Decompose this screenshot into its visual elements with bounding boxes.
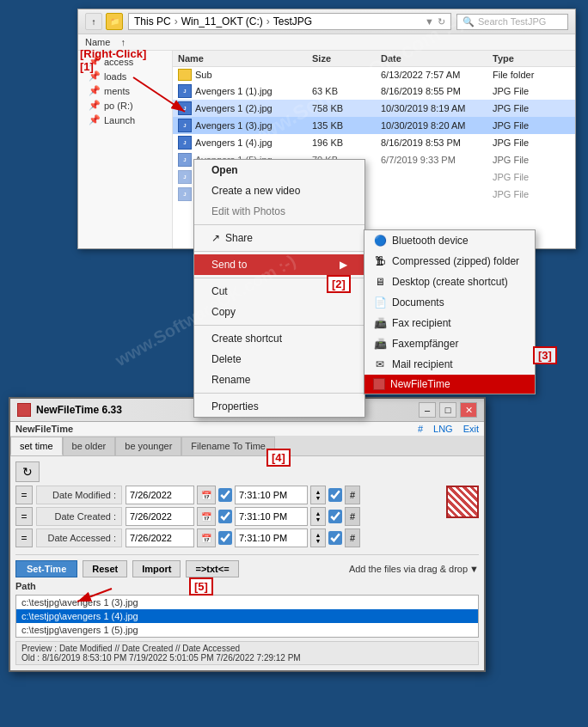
sidebar-icon: 📌 xyxy=(89,114,101,125)
minimize-btn[interactable]: – xyxy=(419,402,436,418)
created-spin-btn[interactable]: ▲▼ xyxy=(310,507,326,526)
created-hash-btn[interactable]: # xyxy=(345,507,360,526)
accessed-check[interactable] xyxy=(218,531,232,545)
refresh-btn[interactable]: ↻ xyxy=(15,461,40,482)
col-name[interactable]: Name xyxy=(178,53,312,64)
modified-time-check[interactable] xyxy=(328,488,342,502)
sendto-mail[interactable]: ✉ Mail recipient xyxy=(364,354,535,375)
nft-bottom-row: Set-Time Reset Import =>txt<= Add the fi… xyxy=(15,554,479,577)
menu-exit[interactable]: Exit xyxy=(463,424,479,434)
accessed-time-check[interactable] xyxy=(328,531,342,545)
menu-hash[interactable]: # xyxy=(418,424,423,434)
set-time-button[interactable]: Set-Time xyxy=(15,560,77,577)
sendto-desktop[interactable]: 🖥 Desktop (create shortcut) xyxy=(364,272,535,292)
accessed-time-field[interactable]: 7:31:10 PM xyxy=(235,528,308,547)
sendto-newfiletime[interactable]: NewFileTime xyxy=(364,375,535,394)
created-check[interactable] xyxy=(218,510,232,523)
address-thispc: This PC xyxy=(134,15,171,27)
jpg-icon: J xyxy=(178,101,192,115)
ctx-create-shortcut[interactable]: Create shortcut xyxy=(194,328,364,349)
modified-check[interactable] xyxy=(218,488,232,502)
nft-title-controls: – □ ✕ xyxy=(419,402,477,418)
search-box[interactable]: 🔍 Search TestJPG xyxy=(456,14,568,30)
nft-modified-inner: 7/26/2022 📅 7:31:10 PM ▲▼ # xyxy=(126,486,439,504)
label-3: [3] xyxy=(533,346,557,364)
col-type[interactable]: Type xyxy=(493,53,570,64)
nft-app-name: NewFileTime xyxy=(15,424,73,434)
add-files-dropdown-icon[interactable]: ▼ xyxy=(469,564,479,574)
maximize-btn[interactable]: □ xyxy=(439,402,456,418)
ctx-properties[interactable]: Properties xyxy=(194,396,364,417)
import-button[interactable]: Import xyxy=(132,560,181,577)
sidebar-icon: 📌 xyxy=(89,85,101,96)
nft-file-item-2[interactable]: c:\testjpg\avengers 1 (4).jpg xyxy=(16,609,478,623)
eq-btn-accessed[interactable]: = xyxy=(15,528,33,547)
table-row[interactable]: Sub 6/13/2022 7:57 AM File folder xyxy=(173,67,575,82)
created-time-check[interactable] xyxy=(328,510,342,523)
sendto-fax[interactable]: 📠 Fax recipient xyxy=(364,313,535,333)
created-date-field[interactable]: 7/26/2022 xyxy=(126,507,194,526)
eq-btn-modified[interactable]: = xyxy=(15,486,33,504)
tab-be-older[interactable]: be older xyxy=(63,437,116,455)
sendto-submenu: 🔵 Bluetooth device 🗜 Compressed (zipped)… xyxy=(364,229,536,394)
address-dropdown[interactable]: ▼ xyxy=(425,16,434,27)
nft-title-left: NewFileTime 6.33 xyxy=(17,403,122,417)
sendto-zip[interactable]: 🗜 Compressed (zipped) folder xyxy=(364,251,535,272)
tab-filename-to-time[interactable]: Filename To Time xyxy=(181,437,275,455)
address-refresh[interactable]: ↻ xyxy=(438,16,445,27)
table-row[interactable]: JAvengers 1 (2).jpg 758 KB 10/30/2019 8:… xyxy=(173,100,575,117)
col-date[interactable]: Date xyxy=(381,53,493,64)
modified-hash-btn[interactable]: # xyxy=(345,486,360,504)
nft-file-item-1[interactable]: c:\testjpg\avengers 1 (3).jpg xyxy=(16,596,478,609)
modified-time-field[interactable]: 7:31:10 PM xyxy=(235,486,308,504)
explorer-toolbar: Name ↑ xyxy=(78,34,575,51)
table-row[interactable]: JAvengers 1 (1).jpg 63 KB 8/16/2019 8:55… xyxy=(173,82,575,100)
accessed-spin-btn[interactable]: ▲▼ xyxy=(310,528,326,547)
ctx-rename[interactable]: Rename xyxy=(194,370,364,390)
address-bar[interactable]: This PC › Win_11_OKT (C:) › TestJPG ▼ ↻ xyxy=(128,13,451,30)
created-time-field[interactable]: 7:31:10 PM xyxy=(235,507,308,526)
modified-spin-btn[interactable]: ▲▼ xyxy=(310,486,326,504)
sidebar-item-ments[interactable]: 📌 ments xyxy=(78,83,172,98)
ctx-copy[interactable]: Copy xyxy=(194,302,364,322)
sidebar-item-launch[interactable]: 📌 Launch xyxy=(78,113,172,127)
mail-icon: ✉ xyxy=(373,357,387,371)
tab-set-time[interactable]: set time xyxy=(10,437,63,455)
bluetooth-icon: 🔵 xyxy=(373,234,387,247)
col-size[interactable]: Size xyxy=(312,53,381,64)
nft-file-list: c:\testjpg\avengers 1 (3).jpg c:\testjpg… xyxy=(15,595,479,638)
sendto-arrow-icon: ▶ xyxy=(340,259,347,271)
ctx-delete[interactable]: Delete xyxy=(194,349,364,370)
accessed-hash-btn[interactable]: # xyxy=(345,528,360,547)
label-accessed: Date Accessed : xyxy=(36,528,122,547)
nft-body: ↻ = Date Modified : 7/26/2022 📅 7:31:10 … xyxy=(10,456,484,670)
ctx-share[interactable]: ↗ Share xyxy=(194,228,364,248)
nft-file-item-3[interactable]: c:\testjpg\avengers 1 (5).jpg xyxy=(16,623,478,637)
reset-button[interactable]: Reset xyxy=(83,560,127,577)
modified-cal-btn[interactable]: 📅 xyxy=(197,486,216,504)
sendto-bluetooth[interactable]: 🔵 Bluetooth device xyxy=(364,230,535,251)
close-btn[interactable]: ✕ xyxy=(460,402,477,418)
ctx-sendto[interactable]: Send to ▶ xyxy=(194,254,364,275)
sendto-faxemp[interactable]: 📠 Faxempfänger xyxy=(364,333,535,354)
menu-lng[interactable]: LNG xyxy=(433,424,453,434)
fax-icon: 📠 xyxy=(373,316,387,330)
ctx-open[interactable]: Open xyxy=(194,160,364,180)
back-btn[interactable]: ↑ xyxy=(85,13,102,30)
table-row[interactable]: JAvengers 1 (4).jpg 196 KB 8/16/2019 8:5… xyxy=(173,134,575,151)
accessed-date-field[interactable]: 7/26/2022 xyxy=(126,528,194,547)
sendto-documents[interactable]: 📄 Documents xyxy=(364,292,535,313)
accessed-cal-btn[interactable]: 📅 xyxy=(197,528,216,547)
sidebar-item-po[interactable]: 📌 po (R:) xyxy=(78,98,172,113)
ctx-create-video[interactable]: Create a new video xyxy=(194,180,364,201)
ctx-edit-photos[interactable]: Edit with Photos xyxy=(194,201,364,222)
jpg-icon: J xyxy=(178,187,192,201)
modified-date-field[interactable]: 7/26/2022 xyxy=(126,486,194,504)
tab-be-younger[interactable]: be younger xyxy=(115,437,181,455)
created-cal-btn[interactable]: 📅 xyxy=(197,507,216,526)
eq-btn-created[interactable]: = xyxy=(15,507,33,526)
folder-icon-btn[interactable]: 📁 xyxy=(106,13,123,30)
jpg-icon: J xyxy=(178,119,192,132)
txt-button[interactable]: =>txt<= xyxy=(186,560,238,577)
table-row[interactable]: JAvengers 1 (3).jpg 135 KB 10/30/2019 8:… xyxy=(173,117,575,134)
